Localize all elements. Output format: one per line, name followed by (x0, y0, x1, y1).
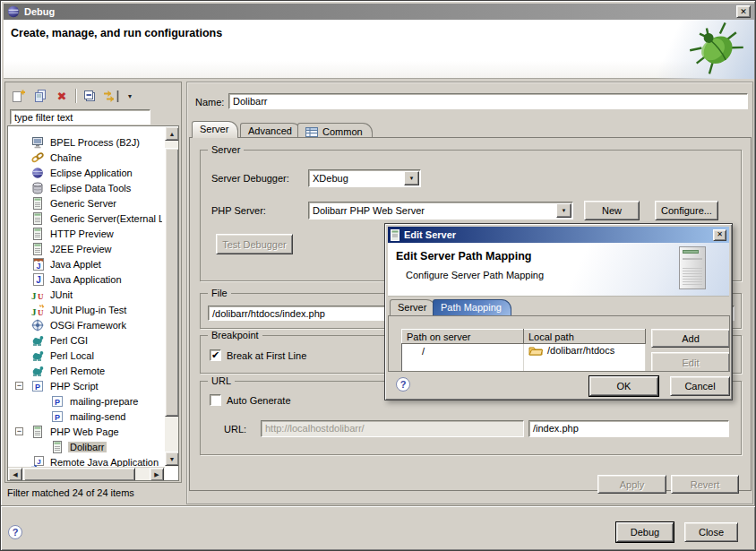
server-debugger-dropdown-icon[interactable]: ▼ (404, 171, 419, 185)
local-path-cell[interactable]: /dolibarr/htdocs (524, 344, 646, 359)
tab-server[interactable]: Server (192, 121, 238, 138)
help-icon[interactable]: ? (8, 525, 22, 539)
tree-item-perl-local[interactable]: Perl Local (8, 348, 162, 363)
new-server-button[interactable]: New (584, 201, 640, 220)
tree-item-eclipse-application[interactable]: Eclipse Application (8, 165, 162, 180)
php-server-dropdown-icon[interactable]: ▼ (556, 203, 571, 218)
tree-item-label: JUnit Plug-in Test (48, 305, 128, 315)
auto-generate-checkbox[interactable] (210, 394, 221, 406)
scroll-left-icon[interactable]: ◀ (8, 468, 22, 481)
page-title: Create, manage, and run configurations (11, 27, 222, 39)
window-title: Debug (24, 6, 55, 17)
duplicate-configuration-icon[interactable] (32, 89, 48, 104)
revert-button[interactable]: Revert (671, 475, 739, 494)
server-debugger-label: Server Debugger: (211, 173, 289, 184)
dialog-help-icon[interactable]: ? (396, 377, 410, 392)
server-tower-image (679, 246, 706, 289)
tree-item-label: HTTP Preview (48, 228, 116, 239)
edit-server-titlebar: Edit Server ✕ (388, 227, 729, 243)
delete-configuration-icon[interactable]: ✖ (54, 89, 70, 104)
tree-item-label: BPEL Process (B2J) (48, 137, 142, 148)
tree-item-http-preview[interactable]: HTTP Preview (8, 226, 162, 241)
svg-text:U: U (38, 291, 44, 300)
edit-server-banner: Edit Server Path Mapping Configure Serve… (388, 243, 729, 297)
scroll-up-icon[interactable]: ▲ (165, 126, 179, 141)
server-icon (391, 229, 399, 241)
php-icon: P (30, 379, 45, 392)
close-button[interactable]: Close (684, 522, 738, 542)
add-mapping-button[interactable]: Add (651, 329, 730, 348)
column-header-local-path[interactable]: Local path (524, 330, 646, 344)
java-application-icon: J (30, 272, 45, 286)
php-server-label: PHP Server: (211, 205, 266, 216)
collapse-all-icon[interactable] (82, 89, 98, 104)
scroll-down-icon[interactable]: ▼ (165, 452, 179, 466)
tree-item-junit[interactable]: JUJUnit (8, 287, 162, 302)
tree-item-dolibarr[interactable]: Dolibarr (8, 439, 162, 454)
window-close-button[interactable]: ✕ (736, 5, 751, 18)
tree-item-mailing-send[interactable]: Pmailing-send (8, 409, 162, 424)
test-debugger-button[interactable]: Test Debugger (216, 234, 293, 254)
configuration-tree-container: BPEL Process (B2J)ChaîneEclipse Applicat… (7, 125, 179, 481)
tree-item-osgi-framework[interactable]: OSGi Framework (8, 317, 162, 332)
configurations-sidebar: ✖ ▾ type filter text BPEL Process (B2J)C… (4, 82, 182, 483)
tab-advanced[interactable]: Advanced (240, 123, 302, 138)
tree-horizontal-scrollbar[interactable]: ◀ ▶ (8, 467, 165, 481)
break-first-line-label: Break at First Line (227, 350, 306, 361)
tree-item-label: Eclipse Data Tools (48, 183, 133, 194)
cancel-button[interactable]: Cancel (670, 376, 730, 396)
expander-collapse-icon[interactable]: − (15, 382, 23, 390)
tree-item-generic-server[interactable]: Generic Server (8, 195, 162, 211)
dialog-tab-path-mapping[interactable]: Path Mapping (433, 299, 511, 315)
name-input[interactable]: Dolibarr (228, 93, 748, 109)
new-configuration-icon[interactable] (11, 89, 27, 104)
tree-item-cha-ne[interactable]: Chaîne (8, 150, 162, 165)
dialog-tab-server[interactable]: Server (390, 299, 436, 315)
debug-button[interactable]: Debug (616, 522, 674, 542)
php-server-select[interactable]: Dolibarr PHP Web Server ▼ (308, 202, 573, 220)
tree-item-php-web-page[interactable]: −PHP Web Page (8, 424, 162, 439)
expander-collapse-icon[interactable]: − (15, 427, 23, 435)
filter-input[interactable]: type filter text (10, 109, 150, 125)
toolbar-menu-caret-icon[interactable]: ▾ (128, 92, 132, 100)
break-first-line-checkbox[interactable] (210, 349, 221, 361)
php-server-value: Dolibarr PHP Web Server (309, 205, 555, 216)
tab-common[interactable]: Common (297, 123, 373, 138)
horizontal-scroll-thumb[interactable] (23, 468, 135, 481)
edit-mapping-button[interactable]: Edit (651, 352, 730, 372)
scroll-right-icon[interactable]: ▶ (150, 468, 164, 481)
database-icon (30, 181, 45, 194)
tree-item-generic-server-external-la[interactable]: Generic Server(External La (8, 211, 162, 226)
tree-item-java-application[interactable]: JJava Application (8, 271, 162, 287)
tree-item-eclipse-data-tools[interactable]: Eclipse Data Tools (8, 180, 162, 195)
svg-text:J: J (36, 261, 40, 270)
server-group-legend: Server (208, 144, 244, 155)
server-path-cell[interactable]: / (402, 344, 524, 359)
table-row-empty[interactable] (402, 359, 646, 373)
banner-subtitle: Configure Server Path Mapping (406, 270, 544, 280)
filter-icon[interactable] (103, 89, 123, 104)
server-debugger-select[interactable]: XDebug ▼ (308, 169, 421, 187)
tree-item-java-applet[interactable]: JJava Applet (8, 256, 162, 271)
tree-item-junit-plug-in-test[interactable]: JUJUnit Plug-in Test (8, 302, 162, 317)
url-path-input[interactable]: /index.php (528, 420, 729, 437)
tree-item-php-script[interactable]: −PPHP Script (8, 378, 162, 393)
tree-item-label: Generic Server(External La (48, 213, 162, 224)
tree-item-perl-cgi[interactable]: Perl CGI (8, 332, 162, 348)
table-row[interactable]: / /dolibarr/htdocs (402, 344, 646, 359)
base-url-input[interactable]: http://localhostdolibarr/ (261, 420, 524, 437)
tree-item-j2ee-preview[interactable]: J2EE Preview (8, 241, 162, 256)
file-group-legend: File (208, 288, 231, 298)
tree-item-mailing-prepare[interactable]: Pmailing-prepare (8, 393, 162, 409)
vertical-scroll-thumb[interactable] (165, 148, 179, 417)
configure-server-button[interactable]: Configure... (655, 201, 718, 220)
ok-button[interactable]: OK (589, 376, 658, 396)
perl-icon (30, 333, 45, 347)
apply-button[interactable]: Apply (597, 475, 666, 494)
tree-vertical-scrollbar[interactable]: ▲ ▼ (165, 126, 179, 467)
edit-server-close-button[interactable]: ✕ (713, 229, 726, 241)
dialog-button-bar: ? OK Cancel (388, 372, 730, 399)
tree-item-perl-remote[interactable]: Perl Remote (8, 363, 162, 378)
tree-item-bpel-process-b2j[interactable]: BPEL Process (B2J) (8, 134, 162, 150)
column-header-path-on-server[interactable]: Path on server (402, 330, 524, 344)
